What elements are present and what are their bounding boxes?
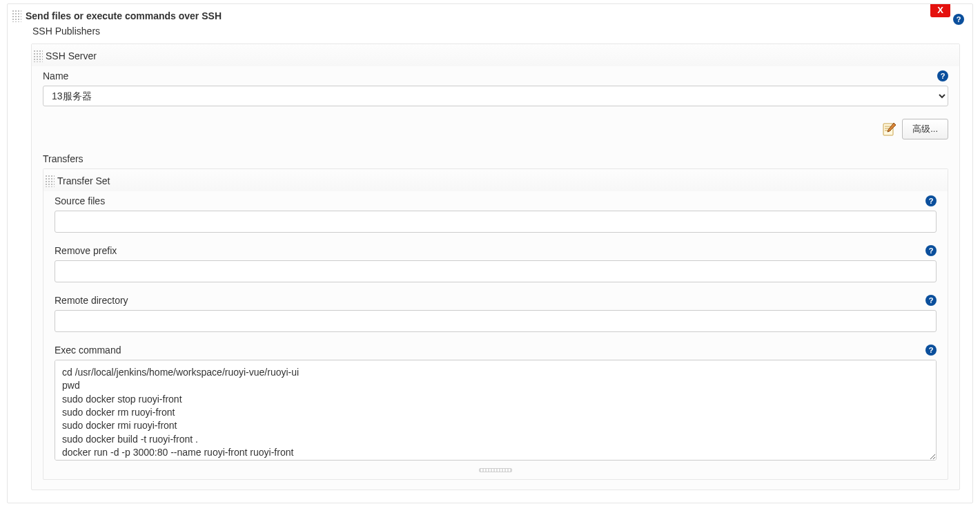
remote-directory-input[interactable] [55,310,937,332]
exec-command-textarea[interactable] [55,360,937,461]
delete-step-button[interactable]: X [930,4,950,17]
remove-prefix-input[interactable] [55,260,937,282]
transfer-set-legend-text: Transfer Set [57,175,110,186]
panel-subtitle: SSH Publishers [8,23,972,43]
edit-note-icon[interactable] [883,122,896,137]
remove-prefix-label: Remove prefix [55,245,117,256]
transfers-label: Transfers [32,144,959,168]
ssh-server-panel: SSH Server Name ? 13服务器 [31,43,960,490]
transfer-set-panel: Transfer Set Source files ? Remove prefi… [43,168,948,480]
drag-handle-icon[interactable] [12,10,21,22]
help-icon[interactable]: ? [925,245,937,256]
ssh-publish-step-panel: X ? Send files or execute commands over … [7,3,973,503]
source-files-input[interactable] [55,211,937,233]
advanced-button[interactable]: 高级... [902,119,948,139]
help-icon[interactable]: ? [937,70,948,81]
exec-command-label: Exec command [55,345,121,356]
panel-title: Send files or execute commands over SSH [26,10,222,21]
transfer-set-legend: Transfer Set [43,169,948,191]
help-icon[interactable]: ? [953,14,964,25]
help-icon[interactable]: ? [925,295,937,306]
ssh-server-legend: SSH Server [32,44,959,66]
help-icon[interactable]: ? [925,345,937,356]
name-label: Name [43,70,68,81]
resize-grip-icon[interactable] [479,468,512,472]
source-files-label: Source files [55,195,105,206]
remote-directory-label: Remote directory [55,295,128,306]
help-icon[interactable]: ? [925,195,937,206]
ssh-server-name-select[interactable]: 13服务器 [43,86,948,106]
panel-header: Send files or execute commands over SSH [8,4,972,23]
drag-handle-icon[interactable] [45,175,55,187]
drag-handle-icon[interactable] [33,50,43,62]
ssh-server-legend-text: SSH Server [46,50,97,61]
